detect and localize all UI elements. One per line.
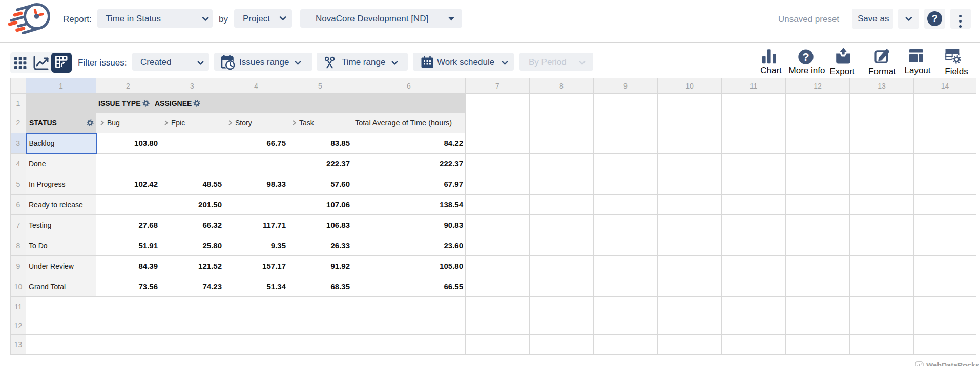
svg-text:?: ?	[802, 51, 809, 63]
